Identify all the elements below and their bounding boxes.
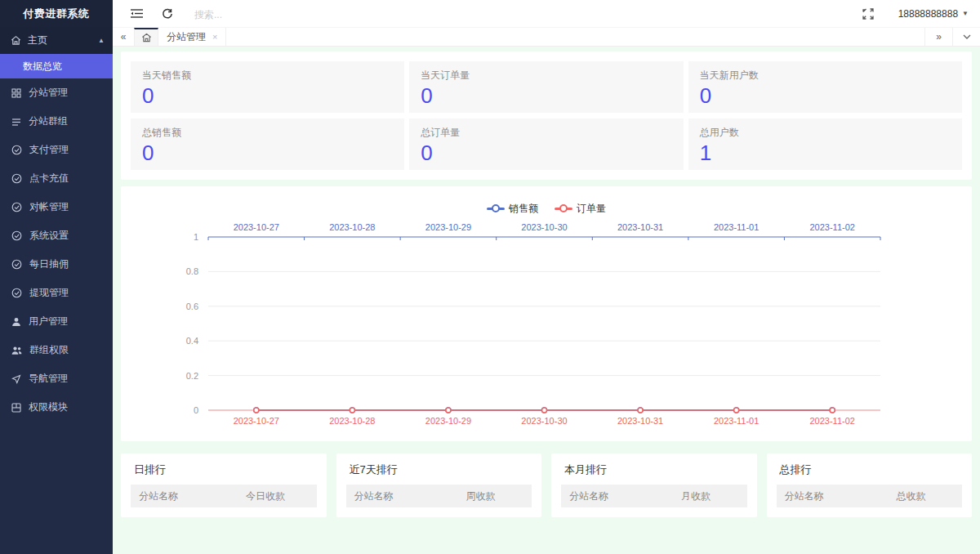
sidebar-item-label: 系统设置: [29, 229, 69, 243]
circle-check-icon: [11, 230, 22, 241]
sidebar-item-label: 提现管理: [29, 286, 69, 300]
chart-legend: 销售额 订单量: [121, 198, 972, 219]
topbar-right: 18888888888 ▼: [856, 0, 969, 27]
sidebar-item-label: 每日抽佣: [29, 257, 69, 271]
sidebar-item-label: 分站群组: [29, 114, 68, 128]
svg-text:2023-10-28: 2023-10-28: [329, 222, 375, 232]
stat-label: 当天新用户数: [700, 69, 951, 83]
refresh-icon[interactable]: [155, 0, 180, 27]
svg-text:2023-10-29: 2023-10-29: [425, 416, 471, 426]
rank-card-total: 总排行 分站名称 总收款: [767, 453, 973, 517]
caret-up-icon: ▲: [98, 37, 105, 44]
rank-title: 总排行: [767, 453, 973, 485]
sidebar-item-payment-mgmt[interactable]: 支付管理: [0, 136, 113, 164]
column-header: 分站名称: [561, 489, 644, 503]
stat-label: 总用户数: [700, 126, 951, 140]
tab-home[interactable]: [134, 28, 158, 46]
rank-card-month: 本月排行 分站名称 月收款: [551, 453, 757, 517]
user-phone: 18888888888: [898, 8, 958, 20]
circle-check-icon: [11, 202, 22, 212]
sidebar-item-label: 权限模块: [29, 400, 68, 414]
column-header: 月收款: [644, 489, 746, 503]
sidebar-item-withdrawal-mgmt[interactable]: 提现管理: [0, 279, 113, 307]
sidebar-item-label: 导航管理: [29, 372, 68, 386]
tabbar-spacer: [226, 28, 924, 46]
sidebar-item-substation-groups[interactable]: 分站群组: [0, 107, 113, 136]
tabs-menu-icon[interactable]: [952, 28, 980, 46]
sidebar-item-dashboard[interactable]: 数据总览: [0, 54, 113, 78]
sidebar-item-system-settings[interactable]: 系统设置: [0, 221, 113, 250]
legend-item-sales[interactable]: 销售额: [487, 202, 538, 216]
rank-table-header: 分站名称 月收款: [561, 485, 747, 507]
sidebar-item-reconciliation-mgmt[interactable]: 对帐管理: [0, 193, 113, 221]
tab-substation-mgmt[interactable]: 分站管理 ×: [158, 28, 226, 46]
sidebar-item-group-permissions[interactable]: 群组权限: [0, 336, 113, 364]
rank-table-header: 分站名称 总收款: [777, 485, 963, 507]
module-icon: [11, 403, 21, 413]
svg-text:0.2: 0.2: [186, 371, 198, 381]
tabs-scroll-right-icon[interactable]: »: [924, 28, 952, 46]
rank-title: 日排行: [121, 453, 327, 485]
column-header: 总收款: [860, 489, 962, 503]
svg-text:2023-10-28: 2023-10-28: [329, 416, 375, 426]
svg-text:2023-10-27: 2023-10-27: [234, 416, 279, 426]
caret-down-icon: ▼: [962, 10, 969, 17]
column-header: 分站名称: [131, 489, 214, 503]
sidebar-item-label: 群组权限: [29, 343, 69, 357]
main-area: 18888888888 ▼ « 分站管理 × »: [113, 0, 980, 554]
stats-panel: 当天销售额 0 当天订单量 0 当天新用户数 0 总销售额 0 总订单量 0 总…: [121, 51, 972, 180]
circle-check-icon: [11, 173, 22, 184]
svg-text:2023-11-01: 2023-11-01: [714, 416, 759, 426]
column-header: 周收款: [430, 489, 532, 503]
stat-value: 0: [142, 83, 393, 108]
svg-text:2023-10-31: 2023-10-31: [617, 416, 663, 426]
svg-text:2023-10-30: 2023-10-30: [521, 416, 567, 426]
stat-value: 0: [421, 83, 671, 108]
stat-label: 当天订单量: [421, 69, 671, 83]
sidebar-item-card-recharge[interactable]: 点卡充值: [0, 164, 113, 193]
stat-label: 总订单量: [421, 126, 671, 140]
search-input[interactable]: [194, 9, 358, 20]
close-icon[interactable]: ×: [212, 32, 217, 42]
circle-check-icon: [11, 145, 22, 155]
stat-card-total-orders: 总订单量 0: [409, 118, 683, 170]
svg-text:0: 0: [194, 405, 198, 415]
stat-card-today-new-users: 当天新用户数 0: [688, 61, 962, 113]
stat-card-total-users: 总用户数 1: [688, 118, 962, 170]
sidebar-item-home[interactable]: 主页 ▲: [0, 27, 113, 54]
svg-text:2023-10-30: 2023-10-30: [521, 222, 567, 232]
circle-check-icon: [11, 259, 22, 270]
stat-card-today-sales: 当天销售额 0: [131, 61, 404, 113]
page-content: 当天销售额 0 当天订单量 0 当天新用户数 0 总销售额 0 总订单量 0 总…: [113, 47, 980, 554]
sidebar-item-label: 用户管理: [29, 315, 68, 328]
stat-value: 1: [700, 141, 951, 165]
sidebar-item-daily-commission[interactable]: 每日抽佣: [0, 250, 113, 279]
sidebar: 付费进群系统 主页 ▲ 数据总览 分站管理 分站群组: [0, 0, 113, 554]
grid-icon: [11, 88, 21, 98]
user-dropdown[interactable]: 18888888888 ▼: [898, 8, 969, 20]
sidebar-item-label: 分站管理: [29, 86, 68, 100]
sidebar-item-user-mgmt[interactable]: 用户管理: [0, 307, 113, 336]
legend-item-orders[interactable]: 订单量: [555, 202, 606, 216]
ranking-cards: 日排行 分站名称 今日收款 近7天排行 分站名称 周收款 本月排行 分站名称 月…: [121, 453, 972, 517]
home-icon: [11, 35, 21, 46]
tabs-scroll-left-icon[interactable]: «: [113, 28, 134, 46]
column-header: 分站名称: [777, 489, 860, 503]
svg-text:2023-11-01: 2023-11-01: [714, 222, 759, 232]
stat-card-today-orders: 当天订单量 0: [409, 61, 683, 113]
fullscreen-icon[interactable]: [856, 0, 880, 27]
legend-label: 订单量: [577, 202, 606, 216]
sidebar-item-navigation-mgmt[interactable]: 导航管理: [0, 364, 113, 393]
rank-title: 近7天排行: [336, 453, 542, 485]
column-header: 分站名称: [346, 489, 430, 503]
stat-value: 0: [700, 83, 951, 108]
svg-text:2023-10-31: 2023-10-31: [617, 222, 663, 232]
home-icon: [141, 33, 152, 42]
menu-fold-icon[interactable]: [124, 0, 149, 27]
sidebar-item-substation-mgmt[interactable]: 分站管理: [0, 78, 113, 107]
svg-text:2023-11-02: 2023-11-02: [809, 222, 854, 232]
stat-value: 0: [142, 141, 393, 165]
legend-label: 销售额: [509, 202, 538, 216]
rank-card-7days: 近7天排行 分站名称 周收款: [336, 453, 542, 517]
sidebar-item-permission-modules[interactable]: 权限模块: [0, 393, 113, 422]
